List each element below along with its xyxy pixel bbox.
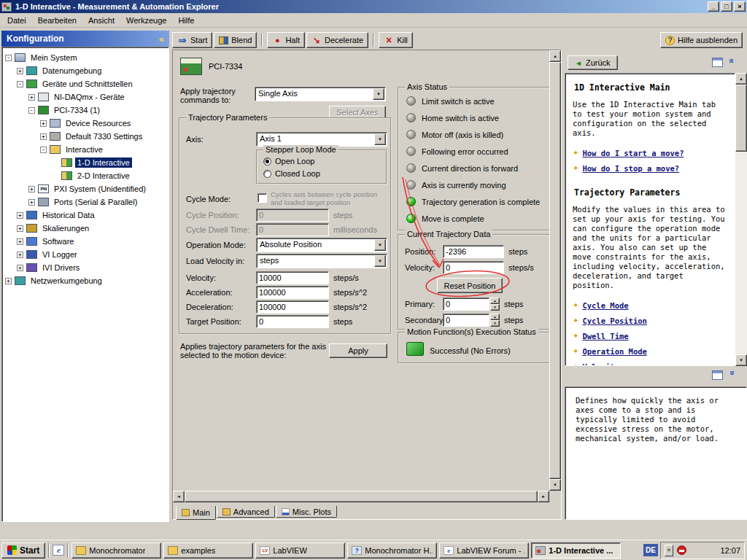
expand-icon[interactable]: +: [17, 252, 23, 258]
dropdown-arrow-icon[interactable]: ▼: [374, 133, 386, 145]
menu-bearbeiten[interactable]: Bearbeiten: [32, 14, 82, 28]
tab-misc-plots[interactable]: Misc. Plots: [276, 506, 337, 518]
spin-up-icon[interactable]: ▴: [490, 298, 500, 304]
scroll-right-icon[interactable]: ►: [538, 491, 549, 502]
tray-chevron-icon[interactable]: «: [665, 545, 673, 556]
help-link-cycle-mode[interactable]: ✦Cycle Mode: [570, 298, 730, 313]
expand-icon[interactable]: +: [17, 265, 23, 271]
cycle-mode-checkbox[interactable]: [258, 193, 267, 203]
help-window-icon[interactable]: [712, 370, 723, 380]
tree-item-default-7330-settings[interactable]: +Default 7330 Settings: [2, 130, 169, 143]
language-indicator[interactable]: DE: [643, 544, 658, 556]
toolbar-button-kill[interactable]: Kill: [379, 32, 413, 48]
scroll-left-icon[interactable]: ◄: [173, 491, 185, 502]
collapse-icon[interactable]: -: [40, 147, 47, 153]
tree-item-mein-system[interactable]: -Mein System: [2, 51, 169, 64]
tree-item-interactive[interactable]: -Interactive: [2, 143, 169, 156]
tree-item-pxi-system-unidentified[interactable]: +PXI System (Unidentified): [2, 182, 169, 195]
taskbar-window-monochromator-h[interactable]: Monochromator H...: [347, 542, 437, 559]
tree-item-ivi-drivers[interactable]: +IVI Drivers: [2, 261, 169, 274]
tree-item-skalierungen[interactable]: +Skalierungen: [2, 222, 169, 235]
collapse-icon[interactable]: -: [17, 81, 23, 88]
maximize-button[interactable]: □: [721, 1, 732, 12]
tree-item-2-d-interactive[interactable]: 2-D Interactive: [2, 169, 169, 182]
taskbar-window-labview[interactable]: LabVIEW: [255, 542, 345, 559]
collapse-up-icon[interactable]: [729, 55, 734, 66]
expand-icon[interactable]: +: [28, 199, 35, 206]
scroll-down-icon[interactable]: ▼: [549, 479, 561, 491]
closed-loop-radio[interactable]: Closed Loop: [263, 168, 320, 179]
primary-input[interactable]: 0: [443, 298, 489, 311]
expand-icon[interactable]: +: [28, 94, 35, 101]
toolbar-button-blend[interactable]: Blend: [214, 32, 257, 48]
help-link-velocity[interactable]: ✦Velocity: [570, 359, 730, 366]
apply-to-select[interactable]: Single Axis ▼: [255, 87, 386, 101]
menu-ansicht[interactable]: Ansicht: [82, 14, 120, 28]
dropdown-arrow-icon[interactable]: ▼: [373, 88, 384, 100]
apply-button[interactable]: Apply: [329, 343, 387, 358]
help-link-how-do-i-start-a-move[interactable]: ✦How do I start a move?: [570, 145, 730, 160]
scrollbar-thumb[interactable]: [549, 62, 561, 479]
help-link-operation-mode[interactable]: ✦Operation Mode: [570, 343, 730, 359]
scrollbar-thumb[interactable]: [185, 491, 538, 502]
expand-icon[interactable]: +: [17, 225, 23, 232]
help-toggle-button[interactable]: Hilfe ausblenden: [660, 32, 743, 48]
taskbar-window-examples[interactable]: examples: [163, 542, 253, 559]
collapse-icon[interactable]: -: [28, 107, 35, 114]
tab-main[interactable]: Main: [176, 506, 216, 520]
tree-item-software[interactable]: +Software: [2, 235, 169, 248]
tree-item-ger-te-und-schnittstellen[interactable]: -Geräte und Schnittstellen: [2, 77, 169, 90]
secondary-input[interactable]: 0: [443, 314, 489, 327]
acceleration-input[interactable]: 100000: [256, 286, 329, 299]
menu-datei[interactable]: Datei: [1, 14, 32, 28]
operation-mode-select[interactable]: Absolute Position ▼: [256, 238, 387, 252]
tree-item-datenumgebung[interactable]: +Datenumgebung: [2, 64, 169, 77]
start-button[interactable]: Start: [1, 542, 45, 559]
velocity-input[interactable]: 0: [443, 261, 504, 274]
tray-status-icon[interactable]: [677, 545, 686, 555]
expand-icon[interactable]: +: [17, 68, 23, 74]
tree-item-netzwerkumgebung[interactable]: +Netzwerkumgebung: [2, 274, 169, 287]
expand-icon[interactable]: +: [28, 186, 35, 192]
minimize-button[interactable]: _: [708, 1, 719, 12]
toolbar-button-halt[interactable]: Halt: [267, 32, 305, 48]
help-scrollbar[interactable]: ▲ ▼: [735, 73, 747, 366]
expand-icon[interactable]: +: [5, 278, 12, 284]
scroll-up-icon[interactable]: ▲: [735, 73, 747, 85]
toolbar-button-start[interactable]: Start: [172, 32, 212, 48]
target-position-input[interactable]: 0: [256, 315, 329, 328]
help-link-how-do-i-stop-a-move[interactable]: ✦How do I stop a move?: [570, 160, 730, 176]
collapse-down-icon[interactable]: [729, 368, 734, 378]
help-link-dwell-time[interactable]: ✦Dwell Time: [570, 328, 730, 343]
spin-down-icon[interactable]: ▾: [490, 320, 500, 327]
load-velocity-select[interactable]: steps ▼: [256, 254, 387, 268]
tree-item-vi-logger[interactable]: +VI Logger: [2, 248, 169, 261]
dropdown-arrow-icon[interactable]: ▼: [374, 255, 386, 267]
expand-icon[interactable]: +: [40, 120, 47, 127]
velocity-input[interactable]: 10000: [256, 271, 329, 284]
help-link-cycle-position[interactable]: ✦Cycle Position: [570, 313, 730, 328]
back-button[interactable]: Zurück: [568, 55, 618, 70]
collapse-icon[interactable]: -: [5, 55, 12, 61]
toolbar-button-decelerate[interactable]: Decelerate: [306, 32, 368, 48]
spin-up-icon[interactable]: ▴: [490, 314, 500, 320]
tree-item-ports-serial-parallel[interactable]: +Ports (Serial & Parallel): [2, 195, 169, 209]
tab-advanced[interactable]: Advanced: [217, 506, 275, 518]
tree-item-ni-daqmx-ger-te[interactable]: +NI-DAQmx - Geräte: [2, 90, 169, 104]
axis-select[interactable]: Axis 1 ▼: [256, 132, 387, 147]
scroll-down-icon[interactable]: ▼: [735, 354, 747, 366]
tree-item-pci-7334-1[interactable]: -PCI-7334 (1): [2, 104, 169, 117]
horizontal-scrollbar[interactable]: ◄ ►: [173, 491, 549, 502]
deceleration-input[interactable]: 100000: [256, 300, 329, 314]
taskbar-window-1-d-interactive[interactable]: 1-D Interactive ...: [531, 542, 621, 559]
dropdown-arrow-icon[interactable]: ▼: [374, 239, 386, 251]
menu-werkzeuge[interactable]: Werkzeuge: [120, 14, 172, 28]
menu-hilfe[interactable]: Hilfe: [172, 14, 200, 28]
tree-item-1-d-interactive[interactable]: 1-D Interactive: [2, 156, 169, 169]
tree-item-device-resources[interactable]: +Device Resources: [2, 117, 169, 130]
help-window-icon[interactable]: [712, 58, 723, 67]
taskbar-window-monochromator[interactable]: Monochromator: [71, 542, 161, 559]
scrollbar-thumb[interactable]: [735, 85, 747, 152]
reset-position-button[interactable]: Reset Position: [437, 278, 503, 293]
tree-item-historical-data[interactable]: +Historical Data: [2, 209, 169, 222]
